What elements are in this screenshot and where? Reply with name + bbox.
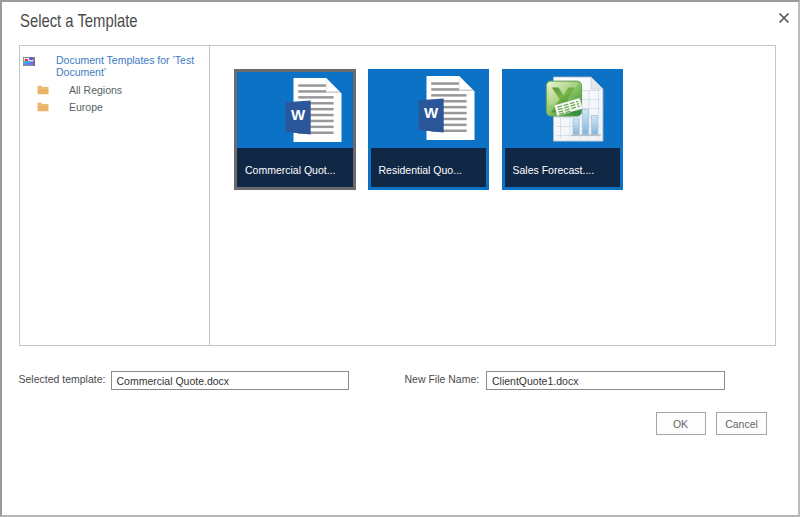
svg-text:W: W [291,106,306,123]
svg-text:W: W [424,104,439,121]
